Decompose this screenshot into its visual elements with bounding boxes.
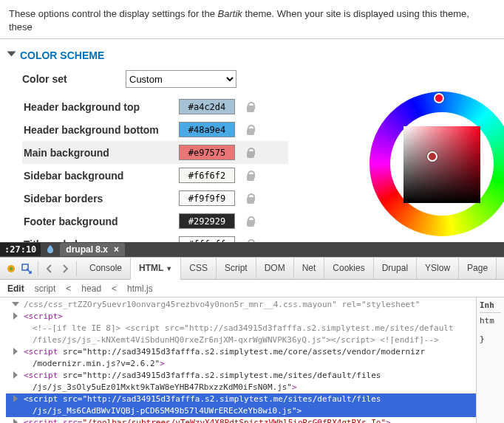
color-set-label: Color set xyxy=(22,73,126,85)
color-row[interactable]: Sidebar background#f6f6f2 xyxy=(22,164,288,187)
svg-point-1 xyxy=(10,266,13,269)
color-row[interactable]: Main background#e97575 xyxy=(22,141,288,164)
devtools-tab-drupal[interactable]: Drupal xyxy=(374,258,417,280)
twisty-icon[interactable] xyxy=(12,302,19,306)
color-label: Sidebar background xyxy=(24,170,179,182)
twisty-icon[interactable] xyxy=(13,419,18,423)
color-swatch-input[interactable]: #292929 xyxy=(179,213,235,229)
drupal-icon xyxy=(45,244,55,255)
color-set-select[interactable]: Custom xyxy=(126,70,236,88)
lock-icon[interactable] xyxy=(245,170,256,182)
side-item: } xyxy=(480,334,501,344)
source-line[interactable]: <script> xyxy=(6,311,476,323)
inspect-icon[interactable] xyxy=(20,262,33,275)
lock-icon[interactable] xyxy=(245,193,256,204)
devtools-toolbar: ConsoleHTML▼CSSScriptDOMNetCookiesDrupal… xyxy=(0,258,504,280)
close-tab-icon[interactable]: × xyxy=(114,244,119,255)
desc-prefix: These options control the display settin… xyxy=(9,8,218,19)
color-row[interactable]: Sidebar borders#f9f9f9 xyxy=(22,187,288,210)
html-tree[interactable]: /css/css_rtZZOry5uevr10onvarg45rezbvo4y0… xyxy=(0,298,476,423)
recording-time: :27:10 xyxy=(0,243,41,256)
theme-description: These options control the display settin… xyxy=(0,0,504,39)
twisty-icon[interactable] xyxy=(13,312,18,320)
side-heading: Inh xyxy=(480,300,501,313)
source-line[interactable]: <script src="http://sad34915d3fafffa.s2.… xyxy=(6,346,476,358)
saturation-square[interactable] xyxy=(403,126,480,203)
twisty-icon[interactable] xyxy=(13,371,18,379)
color-swatch-input[interactable]: #48a9e4 xyxy=(179,122,235,137)
fieldset-header[interactable]: COLOR SCHEME xyxy=(7,45,497,69)
source-line[interactable]: <script src="/toolbar/subtrees/yTeWzvX4X… xyxy=(6,417,476,423)
color-scheme-fieldset: COLOR SCHEME Color set Custom Header bac… xyxy=(7,45,497,255)
devtools-tab-cookies[interactable]: Cookies xyxy=(324,258,373,280)
color-label: Footer background xyxy=(24,216,179,227)
devtools-tab-script[interactable]: Script xyxy=(217,258,256,280)
crumb-edit[interactable]: Edit xyxy=(7,283,24,294)
devtools-panel: ConsoleHTML▼CSSScriptDOMNetCookiesDrupal… xyxy=(0,257,504,423)
devtools-tab-dom[interactable]: DOM xyxy=(256,258,294,280)
color-swatch-input[interactable]: #f6f6f2 xyxy=(179,168,235,183)
color-row[interactable]: Header background top#a4c2d4 xyxy=(22,95,288,118)
lock-icon[interactable] xyxy=(245,124,256,136)
color-row[interactable]: Footer background#292929 xyxy=(22,210,288,233)
firebug-icon[interactable] xyxy=(4,262,18,275)
source-line[interactable]: /js/js_Ms6CAdBWvIVQBj-pCD6SM49b57l4UWrER… xyxy=(6,405,476,417)
lock-icon[interactable] xyxy=(245,101,256,113)
color-picker[interactable] xyxy=(288,95,482,255)
crumb-html[interactable]: html.js xyxy=(127,283,153,294)
crumb-script[interactable]: script xyxy=(35,283,56,294)
tab-label: drupal 8.x xyxy=(66,244,108,255)
source-line[interactable]: /files/js/js_-kNXemt4ViSbdunHQ0rxeZr6njX… xyxy=(6,334,476,346)
forward-icon[interactable] xyxy=(58,262,72,275)
source-line[interactable]: <script src="http://sad34915d3fafffa.s2.… xyxy=(6,370,476,382)
breadcrumb: Edit script < head < html.js xyxy=(0,280,504,298)
source-line[interactable]: /css/css_rtZZOry5uevr10onvarg45rezbvo4y0… xyxy=(6,299,476,311)
source-line[interactable]: <script src="http://sad34915d3fafffa.s2.… xyxy=(6,393,476,405)
color-swatch-input[interactable]: #a4c2d4 xyxy=(179,99,235,114)
lock-icon[interactable] xyxy=(245,147,256,159)
color-label: Header background bottom xyxy=(24,124,179,136)
color-swatch-input[interactable]: #e97575 xyxy=(179,145,235,160)
color-set-row: Color set Custom xyxy=(7,69,497,95)
collapse-triangle-icon xyxy=(7,52,16,57)
crumb-head[interactable]: head xyxy=(81,283,101,294)
devtools-tab-console[interactable]: Console xyxy=(81,258,131,280)
devtools-tab-net[interactable]: Net xyxy=(294,258,325,280)
color-label: Sidebar borders xyxy=(24,193,179,204)
side-item: htm xyxy=(480,316,501,326)
browser-tab[interactable]: drupal 8.x × xyxy=(60,243,125,256)
devtools-tab-yslow[interactable]: YSlow xyxy=(417,258,459,280)
devtools-tab-css[interactable]: CSS xyxy=(181,258,217,280)
color-label: Header background top xyxy=(24,101,179,113)
side-panel: Inh htm } xyxy=(476,298,504,423)
source-line[interactable]: <!--[if lte IE 8]> <script src="http://s… xyxy=(6,323,476,334)
chevron-down-icon: ▼ xyxy=(166,265,172,272)
twisty-icon[interactable] xyxy=(13,348,18,355)
fieldset-title: COLOR SCHEME xyxy=(20,49,104,61)
devtools-tab-page[interactable]: Page xyxy=(459,258,497,280)
source-line[interactable]: /js/js_3sOly5uEz01Mxkt9kTaW8eYHB47RbxzzK… xyxy=(6,382,476,393)
devtools-tab-html[interactable]: HTML▼ xyxy=(131,258,181,280)
twisty-icon[interactable] xyxy=(13,395,18,402)
source-line[interactable]: /modernizr.min.js?v=2.6.2"> xyxy=(6,358,476,370)
browser-tab-bar: :27:10 drupal 8.x × xyxy=(0,242,504,257)
lock-icon[interactable] xyxy=(245,216,256,227)
color-swatch-input[interactable]: #f9f9f9 xyxy=(179,190,235,206)
color-row[interactable]: Header background bottom#48a9e4 xyxy=(22,118,288,141)
back-icon[interactable] xyxy=(43,262,56,275)
desc-theme: Bartik xyxy=(218,8,242,19)
color-label: Main background xyxy=(24,147,179,159)
